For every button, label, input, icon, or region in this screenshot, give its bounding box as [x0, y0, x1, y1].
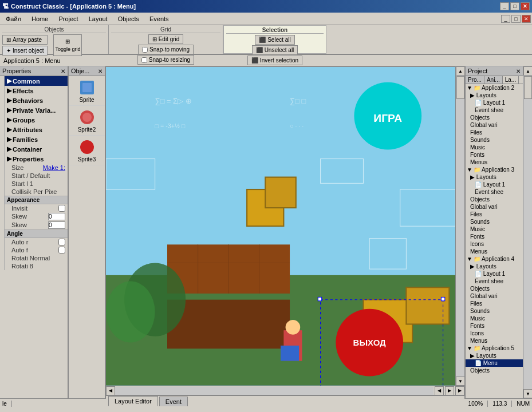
select-all-button[interactable]: ⬛ Select all — [255, 35, 295, 45]
properties-close[interactable]: ✕ — [61, 68, 65, 74]
tab-nav-left[interactable]: ◀ — [435, 386, 444, 395]
minimize-button[interactable]: _ — [500, 2, 509, 10]
menu-project[interactable]: Project — [54, 14, 82, 23]
project-menus-4[interactable]: Menus — [466, 337, 523, 344]
project-tab-pro[interactable]: Pro... — [466, 76, 484, 84]
proj-vscroll-up[interactable]: ▲ — [523, 66, 532, 76]
object-sprite1[interactable]: Sprite — [69, 76, 105, 106]
vscroll-down[interactable]: ▼ — [456, 377, 465, 386]
prop-section-properties[interactable]: ▶ Properties — [5, 154, 68, 164]
snap-moving-button[interactable]: Snap-to moving — [138, 45, 194, 54]
project-objects-4[interactable]: Objects — [466, 285, 523, 292]
menu-events[interactable]: Events — [145, 14, 174, 23]
prop-section-groups[interactable]: ▶ Groups — [5, 115, 68, 125]
hscroll-track[interactable] — [115, 387, 434, 395]
insert-object-button[interactable]: ✦ Insert object — [2, 46, 48, 56]
project-sounds-2[interactable]: Sounds — [466, 136, 523, 144]
proj-vscroll-track[interactable] — [523, 76, 532, 389]
project-layout1-2[interactable]: 📄 Layout 1 — [466, 99, 523, 106]
invert-selection-button[interactable]: ⬛ Invert selection — [247, 56, 302, 65]
menu-layout[interactable]: Layout — [84, 14, 112, 23]
project-music-3[interactable]: Music — [466, 225, 523, 233]
edit-grid-button[interactable]: ⊞ Edit grid — [148, 34, 184, 44]
project-files-4[interactable]: Files — [466, 300, 523, 307]
project-fonts-4[interactable]: Fonts — [466, 322, 523, 330]
panel-minimize[interactable]: _ — [501, 15, 510, 23]
project-globalvari-2[interactable]: Global vari — [466, 121, 523, 129]
project-objects-3[interactable]: Objects — [466, 196, 523, 203]
menu-objects[interactable]: Objects — [113, 14, 144, 23]
project-layouts-2[interactable]: ▶ Layouts — [466, 92, 523, 99]
size-value[interactable]: Make 1: — [43, 164, 65, 171]
skew1-input[interactable] — [48, 213, 65, 220]
project-globalvari-3[interactable]: Global vari — [466, 203, 523, 211]
hscroll-right[interactable]: ▶ — [455, 386, 464, 395]
project-files-2[interactable]: Files — [466, 129, 523, 136]
project-eventsheet-4[interactable]: Event shee — [466, 278, 523, 285]
tab-layout-editor[interactable]: Layout Editor — [108, 396, 158, 406]
auto-f-checkbox[interactable] — [58, 247, 65, 253]
project-files-3[interactable]: Files — [466, 211, 523, 218]
project-tab-la[interactable]: La... — [503, 76, 519, 84]
auto-r-checkbox[interactable] — [58, 239, 65, 245]
snap-resizing-button[interactable]: Snap-to resizing — [137, 55, 194, 65]
project-music-4[interactable]: Music — [466, 315, 523, 322]
prop-section-attributes[interactable]: ▶ Attributes — [5, 125, 68, 134]
proj-vscroll-thumb[interactable] — [524, 76, 532, 99]
restore-button[interactable]: □ — [510, 2, 519, 10]
invisit-checkbox[interactable] — [58, 205, 65, 212]
array-paste-button[interactable]: ⊞ Array paste — [2, 35, 48, 45]
snap-resizing-checkbox[interactable] — [141, 57, 147, 63]
hscroll-left[interactable]: ◀ — [106, 386, 115, 395]
project-layouts-4[interactable]: ▶ Layouts — [466, 263, 523, 270]
project-icons-4[interactable]: Icons — [466, 330, 523, 337]
prop-section-effects[interactable]: ▶ Effects — [5, 86, 68, 96]
prop-section-behaviors[interactable]: ▶ Behaviors — [5, 96, 68, 105]
prop-section-container[interactable]: ▶ Container — [5, 144, 68, 154]
project-eventsheet-2[interactable]: Event shee — [466, 106, 523, 114]
unselect-all-button[interactable]: ⬛ Unselect all — [252, 45, 298, 55]
prop-section-families[interactable]: ▶ Families — [5, 134, 68, 144]
project-icons-3[interactable]: Icons — [466, 240, 523, 248]
tab-event[interactable]: Event — [159, 397, 188, 406]
project-fonts-3[interactable]: Fonts — [466, 233, 523, 240]
project-objects-5[interactable]: Objects — [466, 367, 523, 374]
project-eventsheet-3[interactable]: Event shee — [466, 188, 523, 196]
object-sprite2[interactable]: Sprite2 — [69, 106, 105, 136]
project-layout1-3[interactable]: 📄 Layout 1 — [466, 181, 523, 188]
project-layout1-4[interactable]: 📄 Layout 1 — [466, 270, 523, 278]
project-app4[interactable]: ▼ 📁 Application 4 — [466, 255, 523, 263]
close-button[interactable]: ✕ — [521, 2, 530, 10]
vscroll-track[interactable] — [456, 76, 464, 377]
vscroll-up[interactable]: ▲ — [456, 66, 465, 76]
project-sounds-3[interactable]: Sounds — [466, 218, 523, 225]
project-menus-3[interactable]: Menus — [466, 248, 523, 255]
project-layouts-5[interactable]: ▶ Layouts — [466, 352, 523, 359]
skew2-input[interactable] — [48, 221, 65, 229]
toggle-grid-button[interactable]: ⊞ Toggle grid — [53, 34, 82, 56]
panel-close[interactable]: ✕ — [522, 15, 531, 23]
project-app3[interactable]: ▼ 📁 Application 3 — [466, 166, 523, 173]
object-sprite3[interactable]: Sprite3 — [69, 136, 105, 165]
project-objects-2[interactable]: Objects — [466, 114, 523, 121]
project-app2[interactable]: ▼ 📁 Application 2 — [466, 84, 523, 92]
project-globalvari-4[interactable]: Global vari — [466, 292, 523, 300]
prop-section-private-vars[interactable]: ▶ Private Varia... — [5, 105, 68, 115]
project-menus-2[interactable]: Menus — [466, 159, 523, 166]
project-menu-5[interactable]: 📄 Menu — [466, 359, 523, 367]
prop-section-common[interactable]: ▶ Common — [5, 76, 68, 86]
objects-panel-close[interactable]: ✕ — [98, 68, 103, 74]
project-close[interactable]: ✕ — [516, 68, 521, 74]
vscroll-thumb[interactable] — [456, 76, 464, 99]
menu-home[interactable]: Home — [27, 14, 53, 23]
project-layouts-3[interactable]: ▶ Layouts — [466, 173, 523, 181]
project-tab-ani[interactable]: Ani... — [484, 76, 503, 84]
title-bar-controls[interactable]: _ □ ✕ — [500, 2, 530, 10]
project-sounds-4[interactable]: Sounds — [466, 307, 523, 315]
project-app5[interactable]: ▼ 📁 Application 5 — [466, 344, 523, 352]
project-fonts-2[interactable]: Fonts — [466, 151, 523, 159]
proj-vscroll-down[interactable]: ▼ — [523, 389, 532, 398]
snap-moving-checkbox[interactable] — [142, 47, 148, 53]
tab-nav-right[interactable]: ▶ — [445, 386, 454, 395]
project-music-2[interactable]: Music — [466, 144, 523, 151]
